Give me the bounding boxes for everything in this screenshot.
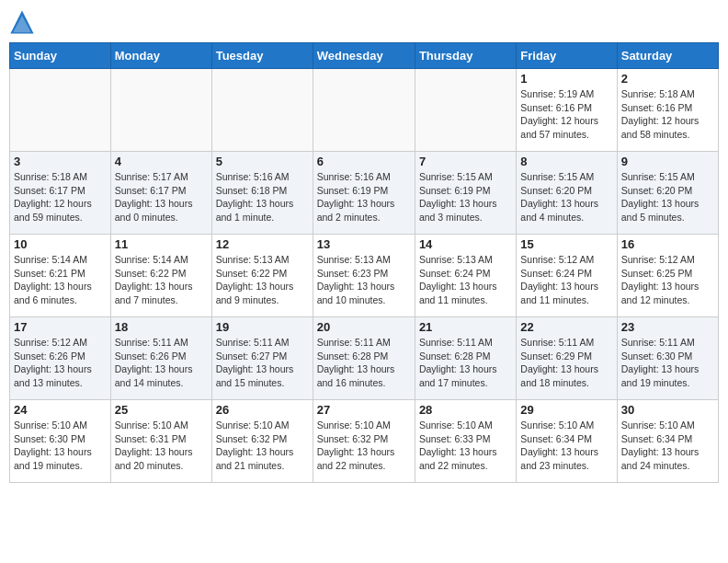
- calendar-cell: 27Sunrise: 5:10 AMSunset: 6:32 PMDayligh…: [313, 400, 415, 483]
- calendar-cell: 14Sunrise: 5:13 AMSunset: 6:24 PMDayligh…: [415, 235, 516, 317]
- day-info: Sunrise: 5:10 AMSunset: 6:32 PMDaylight:…: [317, 419, 411, 473]
- calendar-week-2: 3Sunrise: 5:18 AMSunset: 6:17 PMDaylight…: [10, 152, 719, 235]
- day-info: Sunrise: 5:10 AMSunset: 6:34 PMDaylight:…: [520, 419, 612, 473]
- calendar-cell: 11Sunrise: 5:14 AMSunset: 6:22 PMDayligh…: [110, 235, 211, 317]
- calendar-cell: 25Sunrise: 5:10 AMSunset: 6:31 PMDayligh…: [110, 400, 211, 483]
- day-info: Sunrise: 5:11 AMSunset: 6:26 PMDaylight:…: [115, 336, 208, 390]
- day-info: Sunrise: 5:16 AMSunset: 6:18 PMDaylight:…: [216, 170, 309, 224]
- calendar-cell: 17Sunrise: 5:12 AMSunset: 6:26 PMDayligh…: [10, 317, 111, 400]
- calendar-cell: 7Sunrise: 5:15 AMSunset: 6:19 PMDaylight…: [415, 152, 516, 235]
- day-number: 10: [14, 237, 107, 251]
- weekday-header-monday: Monday: [110, 43, 211, 69]
- day-info: Sunrise: 5:14 AMSunset: 6:22 PMDaylight:…: [115, 253, 208, 307]
- calendar-cell: [313, 69, 415, 152]
- calendar-cell: 18Sunrise: 5:11 AMSunset: 6:26 PMDayligh…: [110, 317, 211, 400]
- day-number: 30: [621, 403, 714, 417]
- day-number: 24: [14, 403, 107, 417]
- day-number: 19: [216, 320, 309, 334]
- day-info: Sunrise: 5:15 AMSunset: 6:20 PMDaylight:…: [621, 170, 714, 224]
- calendar-cell: 29Sunrise: 5:10 AMSunset: 6:34 PMDayligh…: [517, 400, 617, 483]
- day-info: Sunrise: 5:13 AMSunset: 6:23 PMDaylight:…: [317, 253, 411, 307]
- day-info: Sunrise: 5:10 AMSunset: 6:31 PMDaylight:…: [115, 419, 208, 473]
- day-info: Sunrise: 5:18 AMSunset: 6:17 PMDaylight:…: [14, 170, 107, 224]
- day-info: Sunrise: 5:17 AMSunset: 6:17 PMDaylight:…: [115, 170, 208, 224]
- day-info: Sunrise: 5:14 AMSunset: 6:21 PMDaylight:…: [14, 253, 107, 307]
- calendar-cell: 26Sunrise: 5:10 AMSunset: 6:32 PMDayligh…: [211, 400, 313, 483]
- day-info: Sunrise: 5:10 AMSunset: 6:30 PMDaylight:…: [14, 419, 107, 473]
- day-number: 29: [520, 403, 612, 417]
- day-info: Sunrise: 5:16 AMSunset: 6:19 PMDaylight:…: [317, 170, 411, 224]
- day-number: 3: [14, 155, 107, 168]
- day-info: Sunrise: 5:12 AMSunset: 6:24 PMDaylight:…: [520, 253, 612, 307]
- calendar-cell: [10, 69, 111, 152]
- day-info: Sunrise: 5:11 AMSunset: 6:29 PMDaylight:…: [520, 336, 612, 390]
- calendar-week-4: 17Sunrise: 5:12 AMSunset: 6:26 PMDayligh…: [10, 317, 719, 400]
- logo-icon: [9, 9, 35, 35]
- day-info: Sunrise: 5:10 AMSunset: 6:33 PMDaylight:…: [419, 419, 512, 473]
- day-number: 27: [317, 403, 411, 417]
- calendar-cell: 5Sunrise: 5:16 AMSunset: 6:18 PMDaylight…: [211, 152, 313, 235]
- calendar-cell: 3Sunrise: 5:18 AMSunset: 6:17 PMDaylight…: [10, 152, 111, 235]
- day-number: 2: [621, 72, 714, 86]
- calendar-cell: 12Sunrise: 5:13 AMSunset: 6:22 PMDayligh…: [211, 235, 313, 317]
- calendar-cell: 4Sunrise: 5:17 AMSunset: 6:17 PMDaylight…: [110, 152, 211, 235]
- day-number: 22: [520, 320, 612, 334]
- day-info: Sunrise: 5:11 AMSunset: 6:30 PMDaylight:…: [621, 336, 714, 390]
- calendar-cell: 20Sunrise: 5:11 AMSunset: 6:28 PMDayligh…: [313, 317, 415, 400]
- day-number: 17: [14, 320, 107, 334]
- calendar-cell: 19Sunrise: 5:11 AMSunset: 6:27 PMDayligh…: [211, 317, 313, 400]
- day-number: 8: [520, 155, 612, 168]
- weekday-header-row: SundayMondayTuesdayWednesdayThursdayFrid…: [10, 43, 719, 69]
- day-info: Sunrise: 5:10 AMSunset: 6:34 PMDaylight:…: [621, 419, 714, 473]
- day-number: 21: [419, 320, 512, 334]
- calendar-cell: 15Sunrise: 5:12 AMSunset: 6:24 PMDayligh…: [517, 235, 617, 317]
- weekday-header-saturday: Saturday: [617, 43, 718, 69]
- day-number: 12: [216, 237, 309, 251]
- calendar-week-3: 10Sunrise: 5:14 AMSunset: 6:21 PMDayligh…: [10, 235, 719, 317]
- calendar-cell: 28Sunrise: 5:10 AMSunset: 6:33 PMDayligh…: [415, 400, 516, 483]
- calendar-cell: [110, 69, 211, 152]
- weekday-header-tuesday: Tuesday: [211, 43, 313, 69]
- day-number: 4: [115, 155, 208, 168]
- day-number: 28: [419, 403, 512, 417]
- calendar-cell: 23Sunrise: 5:11 AMSunset: 6:30 PMDayligh…: [617, 317, 718, 400]
- calendar-cell: 2Sunrise: 5:18 AMSunset: 6:16 PMDaylight…: [617, 69, 718, 152]
- day-number: 6: [317, 155, 411, 168]
- day-info: Sunrise: 5:11 AMSunset: 6:28 PMDaylight:…: [317, 336, 411, 390]
- day-info: Sunrise: 5:10 AMSunset: 6:32 PMDaylight:…: [216, 419, 309, 473]
- day-number: 25: [115, 403, 208, 417]
- calendar-cell: 13Sunrise: 5:13 AMSunset: 6:23 PMDayligh…: [313, 235, 415, 317]
- calendar-table: SundayMondayTuesdayWednesdayThursdayFrid…: [9, 42, 719, 483]
- weekday-header-thursday: Thursday: [415, 43, 516, 69]
- calendar-week-5: 24Sunrise: 5:10 AMSunset: 6:30 PMDayligh…: [10, 400, 719, 483]
- calendar-cell: 10Sunrise: 5:14 AMSunset: 6:21 PMDayligh…: [10, 235, 111, 317]
- calendar-cell: 6Sunrise: 5:16 AMSunset: 6:19 PMDaylight…: [313, 152, 415, 235]
- calendar-week-1: 1Sunrise: 5:19 AMSunset: 6:16 PMDaylight…: [10, 69, 719, 152]
- day-number: 9: [621, 155, 714, 168]
- logo: [9, 9, 39, 35]
- day-number: 16: [621, 237, 714, 251]
- calendar-cell: 16Sunrise: 5:12 AMSunset: 6:25 PMDayligh…: [617, 235, 718, 317]
- calendar-cell: 1Sunrise: 5:19 AMSunset: 6:16 PMDaylight…: [517, 69, 617, 152]
- page-header: [9, 9, 719, 35]
- day-number: 5: [216, 155, 309, 168]
- calendar-cell: [211, 69, 313, 152]
- day-number: 14: [419, 237, 512, 251]
- day-info: Sunrise: 5:19 AMSunset: 6:16 PMDaylight:…: [520, 87, 612, 142]
- day-number: 23: [621, 320, 714, 334]
- calendar-cell: 21Sunrise: 5:11 AMSunset: 6:28 PMDayligh…: [415, 317, 516, 400]
- day-info: Sunrise: 5:15 AMSunset: 6:20 PMDaylight:…: [520, 170, 612, 224]
- day-info: Sunrise: 5:13 AMSunset: 6:24 PMDaylight:…: [419, 253, 512, 307]
- day-info: Sunrise: 5:13 AMSunset: 6:22 PMDaylight:…: [216, 253, 309, 307]
- day-info: Sunrise: 5:11 AMSunset: 6:27 PMDaylight:…: [216, 336, 309, 390]
- day-info: Sunrise: 5:18 AMSunset: 6:16 PMDaylight:…: [621, 87, 714, 142]
- calendar-cell: [415, 69, 516, 152]
- calendar-cell: 22Sunrise: 5:11 AMSunset: 6:29 PMDayligh…: [517, 317, 617, 400]
- day-info: Sunrise: 5:11 AMSunset: 6:28 PMDaylight:…: [419, 336, 512, 390]
- day-info: Sunrise: 5:12 AMSunset: 6:25 PMDaylight:…: [621, 253, 714, 307]
- day-number: 26: [216, 403, 309, 417]
- day-number: 18: [115, 320, 208, 334]
- day-number: 20: [317, 320, 411, 334]
- day-number: 7: [419, 155, 512, 168]
- day-number: 11: [115, 237, 208, 251]
